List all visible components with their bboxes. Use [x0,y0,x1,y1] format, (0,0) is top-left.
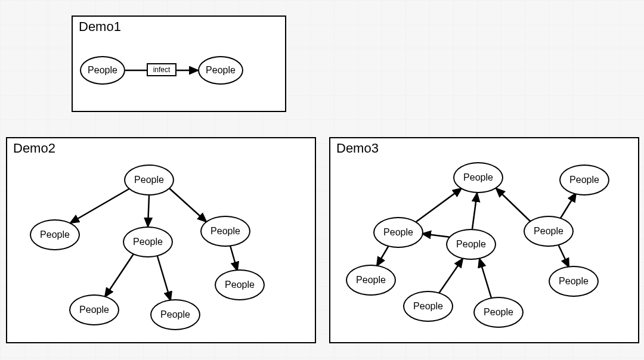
edge-labels-layer: infect [0,0,644,360]
edge-label: infect [147,63,177,76]
